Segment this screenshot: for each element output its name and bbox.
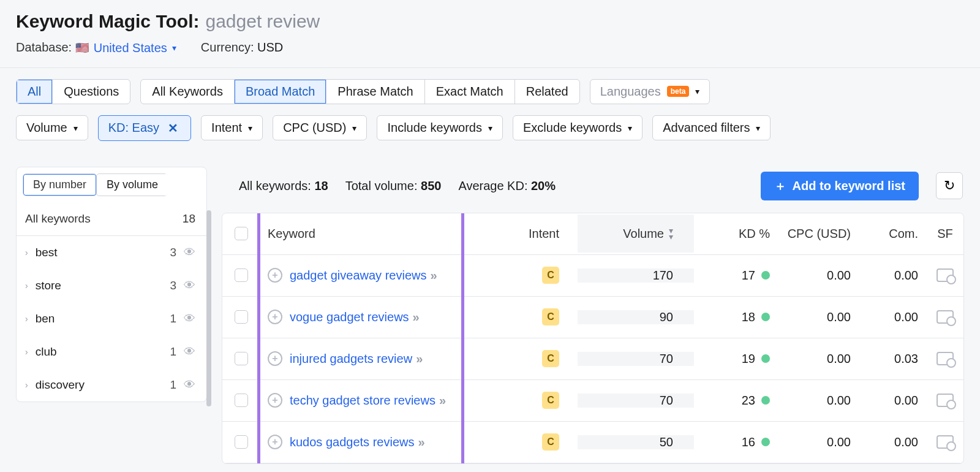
kd-difficulty-dot <box>761 438 770 446</box>
serp-features-icon[interactable] <box>937 352 954 365</box>
match-exact[interactable]: Exact Match <box>425 80 515 104</box>
plus-icon: ＋ <box>774 178 786 194</box>
match-phrase[interactable]: Phrase Match <box>326 80 424 104</box>
expand-keyword-icon[interactable]: + <box>268 351 282 366</box>
cpc-value: 0.00 <box>774 310 859 324</box>
table-row: +gadget giveaway reviews»C170170.000.00 <box>222 255 963 297</box>
cpc-value: 0.00 <box>774 435 859 449</box>
col-intent[interactable]: Intent <box>498 215 578 253</box>
col-com[interactable]: Com. <box>859 215 927 253</box>
close-icon[interactable]: ✕ <box>165 121 181 135</box>
serp-features-icon[interactable] <box>937 310 954 324</box>
scope-all[interactable]: All <box>17 80 53 104</box>
flag-icon: 🇺🇸 <box>75 41 89 55</box>
chevron-right-icon: › <box>25 380 28 390</box>
serp-features-icon[interactable] <box>937 268 954 282</box>
serp-features-icon[interactable] <box>937 435 954 449</box>
volume-value: 90 <box>578 310 694 324</box>
com-value: 0.00 <box>859 435 927 449</box>
eye-icon[interactable]: 👁 <box>184 345 195 359</box>
kd-value: 18 <box>742 310 755 324</box>
eye-icon[interactable]: 👁 <box>184 279 195 292</box>
sort-by-volume[interactable]: By volume <box>96 173 168 196</box>
scrollbar-thumb[interactable] <box>206 210 211 406</box>
eye-icon[interactable]: 👁 <box>184 246 195 259</box>
chevron-right-icon: › <box>25 314 28 324</box>
col-kd[interactable]: KD % <box>694 215 774 253</box>
sidebar-group-item[interactable]: ›club1👁 <box>17 335 206 368</box>
select-all-checkbox[interactable] <box>235 227 248 240</box>
eye-icon[interactable]: 👁 <box>184 378 195 392</box>
chevron-down-icon: ▾ <box>74 123 78 133</box>
chevron-down-icon: ▾ <box>248 123 252 133</box>
sidebar-group-item[interactable]: ›ben1👁 <box>17 302 206 335</box>
intent-filter[interactable]: Intent ▾ <box>201 115 263 140</box>
expand-keyword-icon[interactable]: + <box>268 268 282 283</box>
col-keyword[interactable]: Keyword <box>260 215 498 253</box>
database-selector[interactable]: 🇺🇸 United States ▾ <box>75 41 176 55</box>
com-value: 0.00 <box>859 310 927 324</box>
sort-by-number[interactable]: By number <box>23 173 97 196</box>
expand-keyword-icon[interactable]: + <box>268 310 282 324</box>
chevron-down-icon: ▾ <box>628 123 632 133</box>
group-name: best <box>36 246 58 259</box>
advanced-filters[interactable]: Advanced filters ▾ <box>652 115 771 140</box>
sidebar-group-item[interactable]: ›best3👁 <box>17 236 206 269</box>
table-header-row: Keyword Intent Volume ▾▾ KD % CPC (USD) … <box>222 213 963 255</box>
database-block: Database: 🇺🇸 United States ▾ <box>16 40 176 55</box>
chevron-double-right-icon: » <box>418 435 422 449</box>
scope-questions[interactable]: Questions <box>53 80 130 104</box>
include-keywords-filter[interactable]: Include keywords ▾ <box>377 115 503 140</box>
row-checkbox[interactable] <box>235 310 248 324</box>
keyword-link[interactable]: gadget giveaway reviews <box>290 268 426 283</box>
eye-icon[interactable]: 👁 <box>184 312 195 325</box>
add-to-keyword-list-button[interactable]: ＋ Add to keyword list <box>761 172 919 200</box>
page-title: Keyword Magic Tool: gadget review <box>16 11 964 32</box>
keyword-link[interactable]: kudos gadgets reviews <box>290 435 414 449</box>
intent-badge: C <box>542 433 559 451</box>
chevron-double-right-icon: » <box>413 310 417 324</box>
chevron-down-icon: ▾ <box>172 43 176 53</box>
com-value: 0.03 <box>859 352 927 366</box>
sidebar-group-item[interactable]: ›discovery1👁 <box>17 368 206 402</box>
col-cpc[interactable]: CPC (USD) <box>774 215 859 253</box>
kd-filter[interactable]: KD: Easy ✕ <box>98 115 191 141</box>
row-checkbox[interactable] <box>235 394 248 407</box>
expand-keyword-icon[interactable]: + <box>268 435 282 449</box>
group-count: 1 <box>170 345 176 359</box>
chevron-right-icon: › <box>25 347 28 357</box>
cpc-value: 0.00 <box>774 394 859 408</box>
col-volume[interactable]: Volume ▾▾ <box>578 215 694 253</box>
row-checkbox[interactable] <box>235 268 248 282</box>
intent-badge: C <box>542 350 559 367</box>
chevron-double-right-icon: » <box>439 394 443 408</box>
group-name: store <box>36 279 61 292</box>
cpc-filter[interactable]: CPC (USD) ▾ <box>273 115 367 140</box>
group-name: discovery <box>36 378 85 392</box>
exclude-keywords-filter[interactable]: Exclude keywords ▾ <box>513 115 643 140</box>
languages-filter[interactable]: Languages beta ▾ <box>590 79 710 104</box>
keyword-link[interactable]: vogue gadget reviews <box>290 310 409 324</box>
sidebar-all-keywords[interactable]: All keywords 18 <box>17 202 206 236</box>
keyword-link[interactable]: injured gadgets review <box>290 352 412 366</box>
match-all[interactable]: All Keywords <box>141 80 235 104</box>
row-checkbox[interactable] <box>235 435 248 449</box>
expand-keyword-icon[interactable]: + <box>268 393 282 408</box>
volume-value: 50 <box>578 435 694 449</box>
refresh-button[interactable]: ↻ <box>936 172 963 199</box>
match-broad[interactable]: Broad Match <box>235 80 326 104</box>
currency-block: Currency: USD <box>201 40 284 55</box>
serp-features-icon[interactable] <box>937 394 954 407</box>
volume-filter[interactable]: Volume ▾ <box>16 115 88 140</box>
row-checkbox[interactable] <box>235 352 248 365</box>
summary-all: All keywords: 18 <box>239 179 328 193</box>
volume-value: 70 <box>578 352 694 366</box>
match-segment: All Keywords Broad Match Phrase Match Ex… <box>140 79 579 104</box>
sidebar-group-item[interactable]: ›store3👁 <box>17 269 206 302</box>
results-summary: All keywords: 18 Total volume: 850 Avera… <box>222 167 964 213</box>
keyword-link[interactable]: techy gadget store reviews <box>290 394 435 408</box>
match-related[interactable]: Related <box>515 80 579 104</box>
group-count: 3 <box>170 246 176 259</box>
col-sf[interactable]: SF <box>927 215 963 253</box>
chevron-down-icon: ▾ <box>352 123 356 133</box>
